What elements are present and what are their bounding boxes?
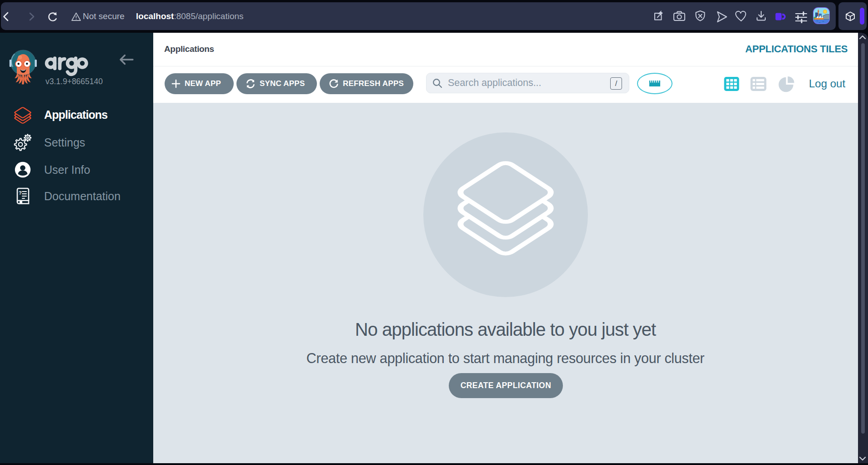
svg-text:?: ? — [19, 190, 22, 196]
